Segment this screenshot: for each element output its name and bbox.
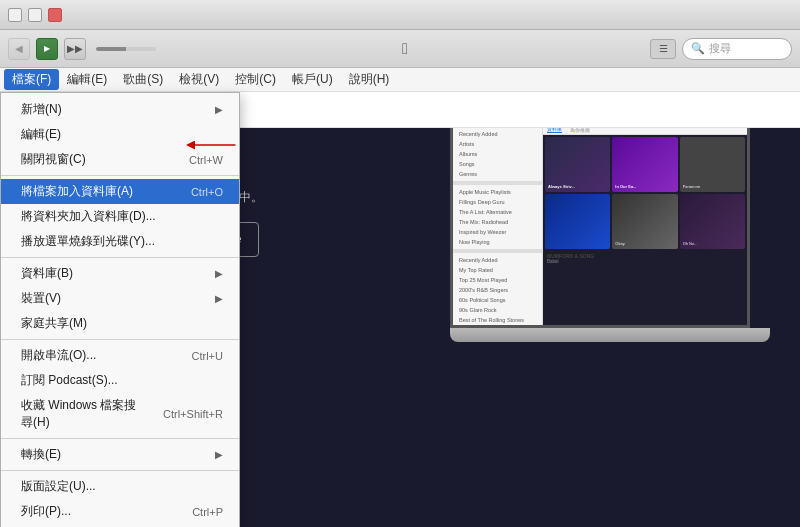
menu-print[interactable]: 列印(P)... Ctrl+P [1, 499, 239, 524]
separator-4 [1, 438, 239, 439]
menu-account[interactable]: 帳戶(U) [284, 69, 341, 90]
sidebar-pl5: Now Playing [453, 237, 542, 247]
file-dropdown-menu: 新增(N) ▶ 編輯(E) 關閉視窗(C) Ctrl+W 將檔案加入資料庫(A)… [0, 92, 240, 527]
menu-control[interactable]: 控制(C) [227, 69, 284, 90]
search-box[interactable]: 🔍 搜尋 [682, 38, 792, 60]
window-controls [8, 8, 62, 22]
menu-podcast[interactable]: 訂閱 Podcast(S)... [1, 368, 239, 393]
screen-main: 資料庫 為你推薦 Always Striv... [543, 128, 747, 325]
menu-burn[interactable]: 播放選單燒錄到光碟(Y)... [1, 229, 239, 254]
fast-forward-button[interactable]: ▶▶ [64, 38, 86, 60]
print-shortcut: Ctrl+P [192, 506, 223, 518]
menu-song[interactable]: 歌曲(S) [115, 69, 171, 90]
menu-device[interactable]: 裝置(V) ▶ [1, 286, 239, 311]
sidebar-apple-music: Apple Music Playlists [453, 187, 542, 197]
separator-3 [1, 339, 239, 340]
screen-tabs: 資料庫 為你推薦 [543, 128, 747, 135]
laptop-screen: ♪ Music Recently Added Artists Albums So… [450, 128, 750, 328]
restore-button[interactable] [28, 8, 42, 22]
album-card-2: In Our Ea... [612, 137, 677, 192]
separator-5 [1, 470, 239, 471]
menu-convert[interactable]: 轉換(E) ▶ [1, 442, 239, 467]
library-arrow: ▶ [215, 268, 223, 279]
laptop-base [450, 328, 770, 342]
volume-slider[interactable] [96, 47, 156, 51]
menu-library[interactable]: 資料庫(B) ▶ [1, 261, 239, 286]
album-card-6: Oh No... [680, 194, 745, 249]
sidebar-pl1: Fillings Deep Guru [453, 197, 542, 207]
sidebar-songs: Songs [453, 159, 542, 169]
sidebar-pl6: Recently Added [453, 255, 542, 265]
sidebar-sep [453, 181, 542, 185]
close-shortcut: Ctrl+W [189, 154, 223, 166]
submenu-arrow: ▶ [215, 104, 223, 115]
sidebar-sep2 [453, 249, 542, 253]
device-arrow: ▶ [215, 293, 223, 304]
stream-shortcut: Ctrl+U [192, 350, 223, 362]
menu-add-to-library[interactable]: 將檔案加入資料庫(A) Ctrl+O [1, 179, 239, 204]
search-icon: 🔍 [691, 42, 705, 55]
sidebar-pl9: 2000's R&B Singers [453, 285, 542, 295]
sidebar-pl8: Top 25 Most Played [453, 275, 542, 285]
back-icon: ◀ [15, 43, 23, 54]
menu-win-search[interactable]: 收藏 Windows 檔案搜尋(H) Ctrl+Shift+R [1, 393, 239, 435]
sidebar-pl7: My Top Rated [453, 265, 542, 275]
separator-1 [1, 175, 239, 176]
sidebar-albums: Albums [453, 149, 542, 159]
close-button[interactable] [48, 8, 62, 22]
sidebar-pl12: Best of The Rolling Stones [453, 315, 542, 325]
sidebar-pl11: 90s Glam Rock [453, 305, 542, 315]
menu-bar: 檔案(F) 編輯(E) 歌曲(S) 檢視(V) 控制(C) 帳戶(U) 說明(H… [0, 68, 800, 92]
play-icon: ▶ [44, 44, 50, 53]
album-card-4 [545, 194, 610, 249]
screen-tab-library: 資料庫 [547, 128, 562, 133]
convert-arrow: ▶ [215, 449, 223, 460]
sidebar-pl2: The A List: Alternative [453, 207, 542, 217]
search-placeholder: 搜尋 [709, 41, 731, 56]
menu-file[interactable]: 檔案(F) [4, 69, 59, 90]
list-view-button[interactable]: ☰ [650, 39, 676, 59]
album-card-3: Paramore [680, 137, 745, 192]
separator-2 [1, 257, 239, 258]
add-lib-shortcut: Ctrl+O [191, 186, 223, 198]
sidebar-pl4: Inspired by Weezer [453, 227, 542, 237]
laptop-mockup: ♪ Music Recently Added Artists Albums So… [450, 128, 800, 448]
list-icon: ☰ [659, 43, 668, 54]
back-button[interactable]: ◀ [8, 38, 30, 60]
menu-new[interactable]: 新增(N) ▶ [1, 97, 239, 122]
album-grid: Always Striv... In Our Ea... [543, 135, 747, 251]
sidebar-pl13: Best Workout Songs [453, 325, 542, 328]
album-card-5: Okay [612, 194, 677, 249]
minimize-button[interactable] [8, 8, 22, 22]
menu-edit[interactable]: 編輯(E) [59, 69, 115, 90]
menu-view[interactable]: 檢視(V) [171, 69, 227, 90]
toolbar-right: ☰ 🔍 搜尋 [650, 38, 792, 60]
play-button[interactable]: ▶ [36, 38, 58, 60]
menu-help[interactable]: 說明(H) [341, 69, 398, 90]
apple-logo:  [402, 40, 408, 58]
sidebar-recently-added: Recently Added [453, 129, 542, 139]
menu-stream[interactable]: 開啟串流(O)... Ctrl+U [1, 343, 239, 368]
screen-tab-foryou: 為你推薦 [570, 128, 590, 133]
win-search-shortcut: Ctrl+Shift+R [163, 408, 223, 420]
screen-bottom: MUMFORD & SONG Babel [543, 251, 747, 266]
sidebar-genres: Genres [453, 169, 542, 179]
sidebar-artists: Artists [453, 139, 542, 149]
menu-page-setup[interactable]: 版面設定(U)... [1, 474, 239, 499]
toolbar: ◀ ▶ ▶▶  ☰ 🔍 搜尋 [0, 30, 800, 68]
toolbar-center:  [166, 40, 644, 58]
annotation-arrow [183, 137, 243, 153]
menu-add-folder[interactable]: 將資料夾加入資料庫(D)... [1, 204, 239, 229]
sidebar-pl10: 60s Political Songs [453, 295, 542, 305]
screen-sidebar: Recently Added Artists Albums Songs Genr… [453, 128, 543, 325]
fast-forward-icon: ▶▶ [67, 43, 83, 54]
screen-body: Recently Added Artists Albums Songs Genr… [453, 128, 747, 325]
screen-bottom-sub: Babel [547, 259, 743, 264]
menu-home-share[interactable]: 家庭共享(M) [1, 311, 239, 336]
album-card-1: Always Striv... [545, 137, 610, 192]
sidebar-pl3: The Mix: Radiohead [453, 217, 542, 227]
title-bar [0, 0, 800, 30]
